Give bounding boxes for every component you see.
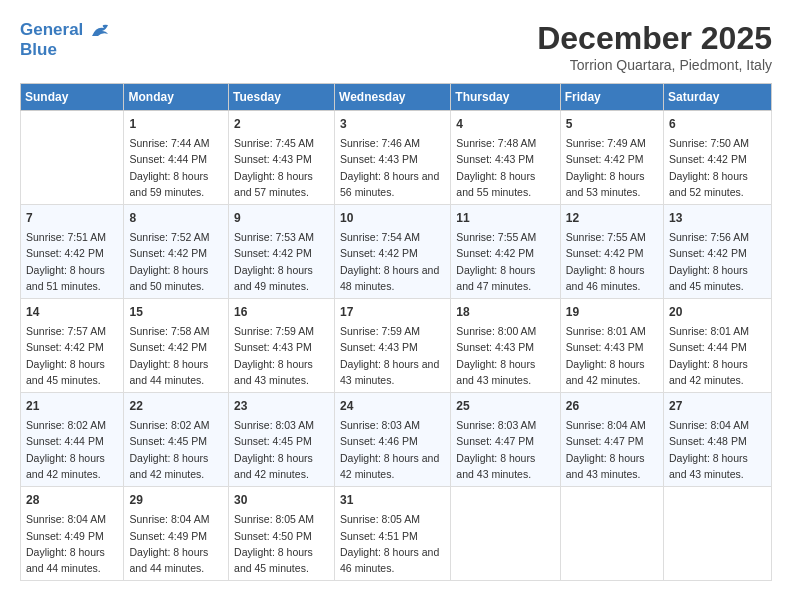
day-number: 9 — [234, 209, 329, 227]
day-number: 12 — [566, 209, 658, 227]
day-cell: 29 Sunrise: 8:04 AMSunset: 4:49 PMDaylig… — [124, 487, 229, 581]
day-number: 25 — [456, 397, 554, 415]
cell-info: Sunrise: 8:05 AMSunset: 4:50 PMDaylight:… — [234, 511, 329, 576]
header-cell-monday: Monday — [124, 84, 229, 111]
day-number: 24 — [340, 397, 445, 415]
week-row-4: 21 Sunrise: 8:02 AMSunset: 4:44 PMDaylig… — [21, 393, 772, 487]
day-cell: 11 Sunrise: 7:55 AMSunset: 4:42 PMDaylig… — [451, 205, 560, 299]
week-row-3: 14 Sunrise: 7:57 AMSunset: 4:42 PMDaylig… — [21, 299, 772, 393]
cell-info: Sunrise: 7:58 AMSunset: 4:42 PMDaylight:… — [129, 323, 223, 388]
cell-info: Sunrise: 7:52 AMSunset: 4:42 PMDaylight:… — [129, 229, 223, 294]
day-number: 19 — [566, 303, 658, 321]
day-number: 5 — [566, 115, 658, 133]
cell-info: Sunrise: 7:44 AMSunset: 4:44 PMDaylight:… — [129, 135, 223, 200]
cell-info: Sunrise: 7:51 AMSunset: 4:42 PMDaylight:… — [26, 229, 118, 294]
day-number: 23 — [234, 397, 329, 415]
header-row: SundayMondayTuesdayWednesdayThursdayFrid… — [21, 84, 772, 111]
day-cell: 19 Sunrise: 8:01 AMSunset: 4:43 PMDaylig… — [560, 299, 663, 393]
day-number: 1 — [129, 115, 223, 133]
day-cell: 24 Sunrise: 8:03 AMSunset: 4:46 PMDaylig… — [335, 393, 451, 487]
day-cell — [451, 487, 560, 581]
day-cell: 25 Sunrise: 8:03 AMSunset: 4:47 PMDaylig… — [451, 393, 560, 487]
day-number: 31 — [340, 491, 445, 509]
cell-info: Sunrise: 8:04 AMSunset: 4:47 PMDaylight:… — [566, 417, 658, 482]
day-number: 16 — [234, 303, 329, 321]
day-number: 21 — [26, 397, 118, 415]
day-cell: 20 Sunrise: 8:01 AMSunset: 4:44 PMDaylig… — [664, 299, 772, 393]
day-cell: 31 Sunrise: 8:05 AMSunset: 4:51 PMDaylig… — [335, 487, 451, 581]
cell-info: Sunrise: 7:46 AMSunset: 4:43 PMDaylight:… — [340, 135, 445, 200]
cell-info: Sunrise: 7:45 AMSunset: 4:43 PMDaylight:… — [234, 135, 329, 200]
day-cell: 18 Sunrise: 8:00 AMSunset: 4:43 PMDaylig… — [451, 299, 560, 393]
day-number: 17 — [340, 303, 445, 321]
day-number: 15 — [129, 303, 223, 321]
calendar-body: 1 Sunrise: 7:44 AMSunset: 4:44 PMDayligh… — [21, 111, 772, 581]
cell-info: Sunrise: 7:59 AMSunset: 4:43 PMDaylight:… — [340, 323, 445, 388]
day-cell: 27 Sunrise: 8:04 AMSunset: 4:48 PMDaylig… — [664, 393, 772, 487]
bird-icon — [90, 22, 112, 40]
day-cell: 21 Sunrise: 8:02 AMSunset: 4:44 PMDaylig… — [21, 393, 124, 487]
logo: General Blue — [20, 20, 112, 61]
cell-info: Sunrise: 7:54 AMSunset: 4:42 PMDaylight:… — [340, 229, 445, 294]
cell-info: Sunrise: 8:03 AMSunset: 4:45 PMDaylight:… — [234, 417, 329, 482]
header-cell-friday: Friday — [560, 84, 663, 111]
cell-info: Sunrise: 7:56 AMSunset: 4:42 PMDaylight:… — [669, 229, 766, 294]
month-title: December 2025 — [537, 20, 772, 57]
location: Torrion Quartara, Piedmont, Italy — [537, 57, 772, 73]
day-cell: 30 Sunrise: 8:05 AMSunset: 4:50 PMDaylig… — [229, 487, 335, 581]
day-cell: 7 Sunrise: 7:51 AMSunset: 4:42 PMDayligh… — [21, 205, 124, 299]
day-cell — [560, 487, 663, 581]
day-cell: 3 Sunrise: 7:46 AMSunset: 4:43 PMDayligh… — [335, 111, 451, 205]
day-number: 10 — [340, 209, 445, 227]
day-number: 2 — [234, 115, 329, 133]
day-cell: 22 Sunrise: 8:02 AMSunset: 4:45 PMDaylig… — [124, 393, 229, 487]
day-cell: 9 Sunrise: 7:53 AMSunset: 4:42 PMDayligh… — [229, 205, 335, 299]
cell-info: Sunrise: 8:01 AMSunset: 4:43 PMDaylight:… — [566, 323, 658, 388]
header-cell-tuesday: Tuesday — [229, 84, 335, 111]
day-cell: 5 Sunrise: 7:49 AMSunset: 4:42 PMDayligh… — [560, 111, 663, 205]
cell-info: Sunrise: 7:50 AMSunset: 4:42 PMDaylight:… — [669, 135, 766, 200]
week-row-1: 1 Sunrise: 7:44 AMSunset: 4:44 PMDayligh… — [21, 111, 772, 205]
calendar-header: SundayMondayTuesdayWednesdayThursdayFrid… — [21, 84, 772, 111]
header-cell-wednesday: Wednesday — [335, 84, 451, 111]
header-cell-saturday: Saturday — [664, 84, 772, 111]
day-number: 4 — [456, 115, 554, 133]
day-cell: 28 Sunrise: 8:04 AMSunset: 4:49 PMDaylig… — [21, 487, 124, 581]
cell-info: Sunrise: 7:53 AMSunset: 4:42 PMDaylight:… — [234, 229, 329, 294]
day-cell: 8 Sunrise: 7:52 AMSunset: 4:42 PMDayligh… — [124, 205, 229, 299]
header-cell-sunday: Sunday — [21, 84, 124, 111]
calendar-table: SundayMondayTuesdayWednesdayThursdayFrid… — [20, 83, 772, 581]
day-cell: 15 Sunrise: 7:58 AMSunset: 4:42 PMDaylig… — [124, 299, 229, 393]
cell-info: Sunrise: 8:03 AMSunset: 4:47 PMDaylight:… — [456, 417, 554, 482]
day-number: 3 — [340, 115, 445, 133]
cell-info: Sunrise: 8:01 AMSunset: 4:44 PMDaylight:… — [669, 323, 766, 388]
cell-info: Sunrise: 7:55 AMSunset: 4:42 PMDaylight:… — [456, 229, 554, 294]
title-block: December 2025 Torrion Quartara, Piedmont… — [537, 20, 772, 73]
day-number: 14 — [26, 303, 118, 321]
day-number: 7 — [26, 209, 118, 227]
cell-info: Sunrise: 8:00 AMSunset: 4:43 PMDaylight:… — [456, 323, 554, 388]
day-number: 28 — [26, 491, 118, 509]
day-cell — [664, 487, 772, 581]
cell-info: Sunrise: 8:03 AMSunset: 4:46 PMDaylight:… — [340, 417, 445, 482]
day-cell: 14 Sunrise: 7:57 AMSunset: 4:42 PMDaylig… — [21, 299, 124, 393]
cell-info: Sunrise: 8:04 AMSunset: 4:49 PMDaylight:… — [129, 511, 223, 576]
header-cell-thursday: Thursday — [451, 84, 560, 111]
day-cell: 1 Sunrise: 7:44 AMSunset: 4:44 PMDayligh… — [124, 111, 229, 205]
logo-text: General Blue — [20, 20, 112, 61]
day-cell: 17 Sunrise: 7:59 AMSunset: 4:43 PMDaylig… — [335, 299, 451, 393]
cell-info: Sunrise: 7:48 AMSunset: 4:43 PMDaylight:… — [456, 135, 554, 200]
cell-info: Sunrise: 7:59 AMSunset: 4:43 PMDaylight:… — [234, 323, 329, 388]
cell-info: Sunrise: 8:02 AMSunset: 4:45 PMDaylight:… — [129, 417, 223, 482]
day-cell: 12 Sunrise: 7:55 AMSunset: 4:42 PMDaylig… — [560, 205, 663, 299]
day-number: 30 — [234, 491, 329, 509]
day-number: 27 — [669, 397, 766, 415]
cell-info: Sunrise: 8:04 AMSunset: 4:49 PMDaylight:… — [26, 511, 118, 576]
cell-info: Sunrise: 7:49 AMSunset: 4:42 PMDaylight:… — [566, 135, 658, 200]
day-number: 22 — [129, 397, 223, 415]
day-cell: 2 Sunrise: 7:45 AMSunset: 4:43 PMDayligh… — [229, 111, 335, 205]
cell-info: Sunrise: 8:04 AMSunset: 4:48 PMDaylight:… — [669, 417, 766, 482]
week-row-5: 28 Sunrise: 8:04 AMSunset: 4:49 PMDaylig… — [21, 487, 772, 581]
day-number: 11 — [456, 209, 554, 227]
cell-info: Sunrise: 7:57 AMSunset: 4:42 PMDaylight:… — [26, 323, 118, 388]
